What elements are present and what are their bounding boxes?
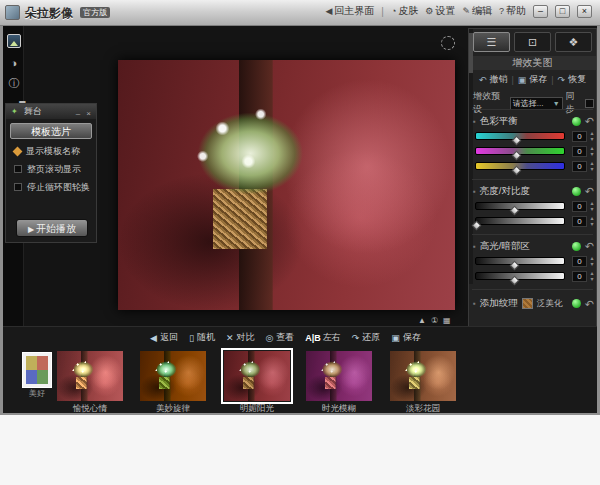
panel-title: 增效美图 [469, 56, 596, 70]
spinner-arrows[interactable]: ▴▾ [588, 270, 596, 282]
play-button[interactable]: ▶开始播放 [16, 219, 88, 237]
undo-icon: ↶ [479, 75, 487, 85]
back-button[interactable]: ◀ 返回 [150, 331, 178, 344]
redo-icon: ↷ [352, 333, 360, 343]
tab-templates[interactable]: ❖ [555, 32, 592, 52]
stage-item-template-select[interactable]: 模板选片 [10, 123, 92, 139]
value-box[interactable]: 0 [572, 131, 587, 142]
thumb-image[interactable] [224, 351, 290, 401]
sync-checkbox[interactable] [585, 99, 594, 108]
option-page-scroll[interactable]: 整页滚动显示 [14, 163, 96, 175]
x-icon: ✕ [226, 333, 234, 343]
spinner-arrows[interactable]: ▴▾ [588, 145, 596, 157]
question-icon: ? [499, 6, 504, 16]
filter-thumb-2[interactable]: 美妙旋律 [140, 351, 206, 401]
texture-title: 添加纹理 [480, 297, 518, 310]
maximize-button[interactable]: □ [555, 5, 570, 18]
section-icon: ▪ [473, 187, 476, 196]
undo-button[interactable]: ↶ 撤销 [479, 73, 508, 86]
adjust-icon[interactable]: ◑ [7, 56, 21, 70]
filter-thumb-4[interactable]: 时光模糊 [306, 351, 372, 401]
menu-edit[interactable]: ✎ 编辑 [462, 4, 492, 18]
compare-button[interactable]: ✕ 对比 [226, 331, 255, 344]
shadow-slider[interactable] [475, 272, 565, 280]
main-photo [118, 60, 455, 310]
divider [472, 109, 593, 110]
texture-swatch[interactable] [522, 298, 533, 309]
view-button[interactable]: ◎ 查看 [265, 331, 294, 344]
divider: | [511, 75, 513, 85]
stage-panel: ✦ 舞台 – × 模板选片 显示模板名称 整页滚动显示 停止循环图轮换 ▶开始播… [5, 103, 97, 243]
thumb-image[interactable] [306, 351, 372, 401]
thumb-image[interactable] [390, 351, 456, 401]
info-icon[interactable]: ⓘ [7, 76, 21, 90]
play-icon: ▶ [28, 225, 34, 234]
option-show-template-names[interactable]: 显示模板名称 [14, 145, 96, 157]
value-box[interactable]: 0 [572, 256, 587, 267]
save-style-button[interactable]: ▣ 保存 [518, 73, 548, 86]
close-button[interactable]: × [577, 5, 592, 18]
official-badge: 官方版 [80, 7, 110, 18]
filter-thumb-1[interactable]: 愉悦心情 [57, 351, 123, 401]
template-pack-label: 美好 [16, 388, 58, 399]
section-icon: ▪ [473, 117, 476, 126]
spinner-arrows[interactable]: ▴▾ [588, 215, 596, 227]
menu-settings[interactable]: ⚙ 设置 [425, 4, 455, 18]
image-icon[interactable] [7, 34, 21, 48]
spinner-arrows[interactable]: ▴▾ [588, 160, 596, 172]
minimize-button[interactable]: – [533, 5, 548, 18]
spinner-arrows[interactable]: ▴▾ [588, 200, 596, 212]
reset-icon[interactable]: ↶ [585, 116, 594, 126]
option-stop-loop[interactable]: 停止循环图轮换 [14, 181, 96, 193]
highlight-slider[interactable] [475, 257, 565, 265]
sparkle-icon: ✦ [11, 107, 20, 116]
enabled-dot-icon[interactable] [572, 187, 581, 196]
save-button[interactable]: ▣ 保存 [391, 331, 421, 344]
brightness-slider[interactable] [475, 202, 565, 210]
floppy-icon: ▣ [391, 333, 400, 343]
reset-icon[interactable]: ↶ [585, 241, 594, 251]
spinner-arrows[interactable]: ▴▾ [588, 255, 596, 267]
filter-thumb-5[interactable]: 淡彩花园 [390, 351, 456, 401]
filter-thumb-3-selected[interactable]: 明媚阳光 [224, 351, 290, 401]
enabled-dot-icon[interactable] [572, 242, 581, 251]
value-box[interactable]: 0 [572, 146, 587, 157]
triangle-icon[interactable]: ▲ [418, 316, 426, 325]
value-box[interactable]: 0 [572, 271, 587, 282]
ab-compare-button[interactable]: A|B 左右 [305, 331, 341, 344]
back-to-main-button[interactable]: ◀ 回主界面 [325, 4, 374, 18]
panel-window-controls[interactable]: – × [76, 106, 93, 121]
revert-button[interactable]: ↷ 还原 [352, 331, 381, 344]
pencil-icon: ✎ [462, 6, 470, 16]
grid-icon[interactable]: ▦ [443, 316, 451, 325]
value-box[interactable]: 0 [572, 161, 587, 172]
tab-crop[interactable]: ⊡ [514, 32, 551, 52]
checkbox-icon [14, 183, 22, 191]
enabled-dot-icon[interactable] [572, 117, 581, 126]
template-pack-thumb[interactable] [22, 352, 52, 388]
value-box[interactable]: 0 [572, 216, 587, 227]
checkbox-icon [14, 165, 22, 173]
selection-circle-icon[interactable] [441, 36, 455, 50]
value-box[interactable]: 0 [572, 201, 587, 212]
thumb-image[interactable] [57, 351, 123, 401]
contrast-slider[interactable] [475, 217, 565, 225]
restore-button[interactable]: ↷ 恢复 [558, 73, 587, 86]
preset-dropdown[interactable]: 请选择... ▼ [510, 97, 563, 110]
menu-skin[interactable]: ◔ 皮肤 [391, 4, 418, 18]
reset-icon[interactable]: ↶ [585, 186, 594, 196]
section-icon: ▪ [473, 242, 476, 251]
section-title: 色彩平衡 [480, 115, 518, 128]
reset-icon[interactable]: ↶ [585, 299, 594, 309]
caption-area: 3. 【明媚阳光】画面中的颜色都能很好的被还原，主体更清晰和明确的跳出画面，背景… [0, 415, 600, 485]
enabled-dot-icon[interactable] [572, 299, 581, 308]
random-button[interactable]: ▯ 随机 [189, 331, 215, 344]
canvas-indicator-icons: ▲ ① ▦ [418, 316, 451, 325]
tab-adjust[interactable]: ☰ [473, 32, 510, 52]
thumb-image[interactable] [140, 351, 206, 401]
one-badge-icon[interactable]: ① [431, 316, 438, 325]
spinner-arrows[interactable]: ▴▾ [588, 130, 596, 142]
floppy-icon: ▣ [518, 75, 527, 85]
sync-label: 同步 [566, 90, 583, 116]
menu-help[interactable]: ? 帮助 [499, 4, 526, 18]
